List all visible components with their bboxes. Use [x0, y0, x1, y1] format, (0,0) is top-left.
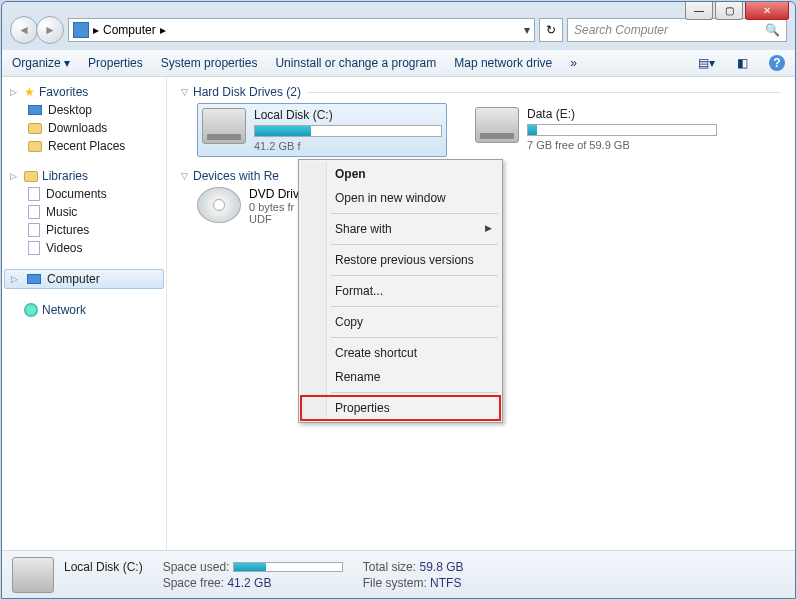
menu-copy[interactable]: Copy [301, 310, 500, 334]
dvd-bytes: 0 bytes fr [249, 201, 299, 213]
context-menu: Open Open in new window Share with ▶ Res… [298, 159, 503, 423]
computer-icon [73, 22, 89, 38]
drive-icon [202, 108, 246, 144]
space-free-value: 41.2 GB [227, 576, 271, 590]
collapse-icon: ▷ [10, 87, 20, 97]
sidebar-item-computer[interactable]: ▷ Computer [4, 269, 164, 289]
favorites-group[interactable]: ▷ ★ Favorites [4, 83, 164, 101]
details-pane: Local Disk (C:) Space used: Total size: … [2, 550, 795, 598]
desktop-icon [28, 105, 42, 115]
usage-bar [254, 125, 442, 137]
menu-restore-versions[interactable]: Restore previous versions [301, 248, 500, 272]
forward-button[interactable]: ► [36, 16, 64, 44]
pictures-icon [28, 223, 40, 237]
navigation-row: ◄ ► ▸ Computer ▸ ▾ ↻ Search Computer 🔍 [2, 10, 795, 50]
usage-bar [233, 562, 343, 572]
organize-menu[interactable]: Organize ▾ [12, 56, 70, 70]
drive-free-text: 7 GB free of 59.9 GB [527, 139, 717, 151]
drive-data-e[interactable]: Data (E:) 7 GB free of 59.9 GB [471, 103, 721, 157]
explorer-window: — ▢ ✕ ◄ ► ▸ Computer ▸ ▾ ↻ Search Comput… [1, 1, 796, 599]
space-free-label: Space free: [163, 576, 224, 590]
sidebar-item-desktop[interactable]: Desktop [4, 101, 164, 119]
space-used-label: Space used: [163, 560, 230, 574]
collapse-icon: ▷ [10, 171, 20, 181]
navigation-pane: ▷ ★ Favorites Desktop Downloads Recent P… [2, 77, 167, 570]
maximize-button[interactable]: ▢ [715, 2, 743, 20]
sidebar-item-videos[interactable]: Videos [4, 239, 164, 257]
menu-create-shortcut[interactable]: Create shortcut [301, 341, 500, 365]
toolbar-overflow[interactable]: » [570, 56, 577, 70]
refresh-button[interactable]: ↻ [539, 18, 563, 42]
file-system-label: File system: [363, 576, 427, 590]
close-button[interactable]: ✕ [745, 2, 789, 20]
drive-free-text: 41.2 GB f [254, 140, 442, 152]
view-options-button[interactable]: ▤▾ [697, 54, 715, 72]
sidebar-item-documents[interactable]: Documents [4, 185, 164, 203]
window-controls: — ▢ ✕ [685, 2, 789, 20]
usage-bar [527, 124, 717, 136]
properties-button[interactable]: Properties [88, 56, 143, 70]
file-system-value: NTFS [430, 576, 461, 590]
status-drive-name: Local Disk (C:) [64, 560, 143, 574]
documents-icon [28, 187, 40, 201]
menu-separator [331, 213, 498, 214]
music-icon [28, 205, 40, 219]
system-properties-button[interactable]: System properties [161, 56, 258, 70]
address-bar[interactable]: ▸ Computer ▸ ▾ [68, 18, 535, 42]
libraries-group[interactable]: ▷ Libraries [4, 167, 164, 185]
collapse-icon: ▷ [11, 274, 21, 284]
total-size-label: Total size: [363, 560, 416, 574]
menu-properties[interactable]: Properties [301, 396, 500, 420]
dvd-name: DVD Driv [249, 187, 299, 201]
section-hard-disk-drives[interactable]: ▽ Hard Disk Drives (2) [181, 85, 781, 99]
collapse-icon: ▽ [181, 87, 193, 97]
menu-separator [331, 275, 498, 276]
menu-separator [331, 244, 498, 245]
menu-open-new-window[interactable]: Open in new window [301, 186, 500, 210]
libraries-icon [24, 171, 38, 182]
recent-icon [28, 141, 42, 152]
dvd-icon [197, 187, 241, 223]
address-dropdown[interactable]: ▾ [524, 23, 530, 37]
submenu-arrow-icon: ▶ [485, 223, 492, 233]
drive-local-c[interactable]: Local Disk (C:) 41.2 GB f [197, 103, 447, 157]
help-button[interactable]: ? [769, 55, 785, 71]
preview-pane-button[interactable]: ◧ [733, 54, 751, 72]
uninstall-button[interactable]: Uninstall or change a program [275, 56, 436, 70]
breadcrumb-sep: ▸ [93, 23, 99, 37]
drive-name: Local Disk (C:) [254, 108, 442, 122]
computer-icon [27, 274, 41, 284]
search-placeholder: Search Computer [574, 23, 668, 37]
menu-rename[interactable]: Rename [301, 365, 500, 389]
breadcrumb-sep: ▸ [160, 23, 166, 37]
search-input[interactable]: Search Computer 🔍 [567, 18, 787, 42]
chevron-down-icon: ▾ [64, 56, 70, 70]
total-size-value: 59.8 GB [419, 560, 463, 574]
sidebar-item-pictures[interactable]: Pictures [4, 221, 164, 239]
drive-name: Data (E:) [527, 107, 717, 121]
menu-open[interactable]: Open [301, 162, 500, 186]
sidebar-item-network[interactable]: ▷ Network [4, 301, 164, 319]
folder-icon [28, 123, 42, 134]
search-icon: 🔍 [765, 23, 780, 37]
videos-icon [28, 241, 40, 255]
collapse-icon: ▽ [181, 171, 193, 181]
map-drive-button[interactable]: Map network drive [454, 56, 552, 70]
drive-icon [475, 107, 519, 143]
dvd-fs: UDF [249, 213, 299, 225]
back-button[interactable]: ◄ [10, 16, 38, 44]
menu-separator [331, 337, 498, 338]
drive-icon [12, 557, 54, 593]
sidebar-item-downloads[interactable]: Downloads [4, 119, 164, 137]
minimize-button[interactable]: — [685, 2, 713, 20]
network-icon [24, 303, 38, 317]
breadcrumb-computer[interactable]: Computer [103, 23, 156, 37]
sidebar-item-recent[interactable]: Recent Places [4, 137, 164, 155]
star-icon: ★ [24, 85, 35, 99]
sidebar-item-music[interactable]: Music [4, 203, 164, 221]
menu-separator [331, 306, 498, 307]
toolbar: Organize ▾ Properties System properties … [2, 50, 795, 77]
menu-share-with[interactable]: Share with ▶ [301, 217, 500, 241]
menu-separator [331, 392, 498, 393]
menu-format[interactable]: Format... [301, 279, 500, 303]
